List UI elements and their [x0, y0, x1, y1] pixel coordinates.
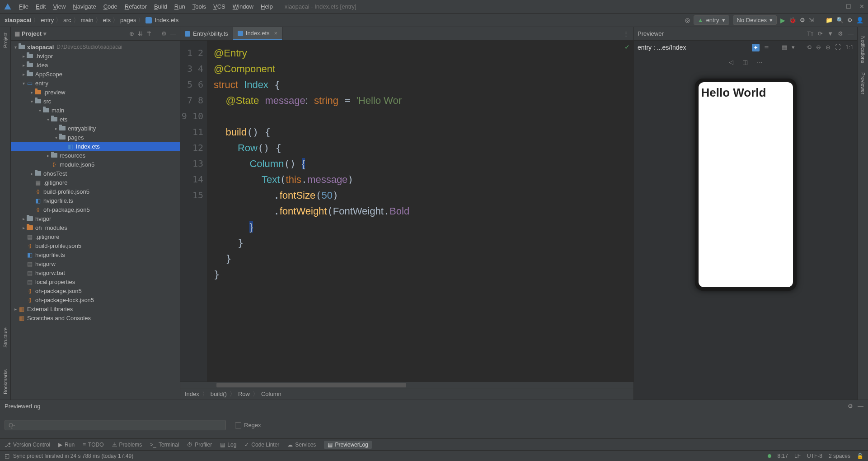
- fullscreen-icon[interactable]: ⛶: [835, 44, 841, 51]
- tree-item[interactable]: ▸.idea: [11, 61, 180, 70]
- layers-icon[interactable]: ≣: [764, 44, 769, 51]
- one-to-one-icon[interactable]: 1:1: [845, 44, 854, 51]
- collapse-all-icon[interactable]: ⇈: [146, 30, 151, 37]
- debug-button[interactable]: 🐞: [789, 17, 796, 23]
- hide-tool-windows-icon[interactable]: ◱: [5, 453, 9, 459]
- log-search-input[interactable]: [5, 420, 226, 430]
- tool-window-log[interactable]: ▤Log: [220, 442, 236, 448]
- module-selector[interactable]: ▲ entry ▾: [694, 15, 729, 25]
- menu-navigate[interactable]: Navigate: [70, 2, 99, 11]
- breadcrumb-segment[interactable]: src: [63, 17, 71, 23]
- tree-ext-libs[interactable]: ▸▥External Libraries: [11, 304, 180, 313]
- rail-structure[interactable]: Structure: [3, 326, 8, 349]
- tool-window-terminal[interactable]: >_Terminal: [150, 442, 179, 448]
- settings-icon[interactable]: ⚙: [848, 403, 853, 410]
- menu-tools[interactable]: Tools: [190, 2, 209, 11]
- tree-item[interactable]: ▤.gitignore: [11, 232, 180, 241]
- settings-icon[interactable]: ⚙: [838, 30, 843, 37]
- minimize-button[interactable]: —: [832, 3, 838, 10]
- hide-icon[interactable]: —: [170, 30, 176, 37]
- tree-item[interactable]: ▸.preview: [11, 88, 180, 97]
- tree-item[interactable]: ▾▭entry: [11, 79, 180, 88]
- indent-setting[interactable]: 2 spaces: [829, 453, 850, 459]
- rail-notifications[interactable]: Notifications: [860, 36, 866, 63]
- settings-icon[interactable]: ⚙: [847, 17, 853, 23]
- tree-item[interactable]: {}oh-package.json5: [11, 205, 180, 214]
- project-tree[interactable]: ▾xiaopacaiD:\DevEcoStudio\xiaopacai▸.hvi…: [11, 41, 180, 400]
- breadcrumb-segment[interactable]: ets: [103, 17, 111, 23]
- breadcrumb-segment[interactable]: pages: [120, 17, 136, 23]
- menu-run[interactable]: Run: [172, 2, 188, 11]
- settings-icon[interactable]: ⚙: [161, 30, 167, 37]
- code-editor[interactable]: @Entry @Component struct Index { @State …: [207, 41, 633, 382]
- tool-window-problems[interactable]: ⚠Problems: [112, 442, 142, 448]
- back-icon[interactable]: ◁: [729, 59, 733, 65]
- menu-vcs[interactable]: VCS: [211, 2, 228, 11]
- rail-previewer[interactable]: Previewer: [860, 72, 866, 94]
- tree-item[interactable]: ◧hvigorfile.ts: [11, 196, 180, 205]
- code-breadcrumb-segment[interactable]: Row: [238, 391, 250, 397]
- code-breadcrumb-segment[interactable]: Index: [185, 391, 199, 397]
- close-button[interactable]: ✕: [859, 3, 864, 10]
- menu-build[interactable]: Build: [151, 2, 170, 11]
- more-icon[interactable]: ⋯: [757, 59, 763, 65]
- profile-button[interactable]: ⚙: [800, 17, 805, 23]
- tool-window-services[interactable]: ☁Services: [287, 442, 316, 448]
- search-icon[interactable]: 🔍: [836, 17, 844, 23]
- code-breadcrumb-segment[interactable]: Column: [261, 391, 282, 397]
- breadcrumb-segment[interactable]: entry: [41, 17, 54, 23]
- tool-window-code-linter[interactable]: ✓Code Linter: [244, 442, 279, 448]
- zoom-out-icon[interactable]: ⊖: [816, 44, 821, 51]
- folder-icon[interactable]: 📁: [826, 17, 833, 23]
- tool-window-version-control[interactable]: ⎇Version Control: [5, 442, 50, 448]
- inspect-icon[interactable]: ✦: [752, 44, 760, 51]
- code-area[interactable]: ✓ 1 2 3 4 5 6 7 8 9 10 11 12 13 14 15 @E…: [180, 41, 633, 382]
- tree-item[interactable]: {}oh-package-lock.json5: [11, 295, 180, 304]
- split-icon[interactable]: ◫: [742, 59, 748, 65]
- file-encoding[interactable]: UTF-8: [807, 453, 822, 459]
- refresh-icon[interactable]: ⟳: [818, 30, 823, 37]
- tabs-more-icon[interactable]: ⋮: [619, 30, 633, 37]
- menu-code[interactable]: Code: [101, 2, 120, 11]
- select-opened-icon[interactable]: ⊕: [129, 30, 134, 37]
- tree-root[interactable]: ▾xiaopacaiD:\DevEcoStudio\xiaopacai: [11, 42, 180, 51]
- tree-item[interactable]: ▸resources: [11, 151, 180, 160]
- tree-item[interactable]: ▸oh_modules: [11, 223, 180, 232]
- tree-item[interactable]: ▤.gitignore: [11, 178, 180, 187]
- readonly-icon[interactable]: 🔓: [857, 453, 863, 459]
- menu-file[interactable]: File: [16, 2, 31, 11]
- tree-item[interactable]: ▤local.properties: [11, 277, 180, 286]
- dropdown-icon[interactable]: ▾: [792, 44, 795, 51]
- tree-item[interactable]: ▸entryability: [11, 124, 180, 133]
- tree-item[interactable]: ▾ets: [11, 115, 180, 124]
- breadcrumb-segment[interactable]: xiaopacai: [5, 17, 31, 23]
- tree-item[interactable]: ▾src: [11, 97, 180, 106]
- project-pane-title[interactable]: ▦ Project ▾: [14, 30, 47, 37]
- scrollbar-thumb[interactable]: [216, 383, 406, 387]
- zoom-in-icon[interactable]: ⊕: [826, 44, 830, 51]
- breadcrumb-segment[interactable]: Index.ets: [155, 17, 178, 23]
- attach-button[interactable]: ⇲: [809, 17, 814, 23]
- tool-window-profiler[interactable]: ⏱Profiler: [187, 442, 212, 448]
- tool-window-todo[interactable]: ≡TODO: [83, 442, 103, 448]
- tree-item[interactable]: ▾main: [11, 106, 180, 115]
- tree-item[interactable]: ▤hvigorw: [11, 259, 180, 268]
- menu-edit[interactable]: Edit: [33, 2, 48, 11]
- tree-item[interactable]: ▾pages: [11, 133, 180, 142]
- close-tab-icon[interactable]: ×: [274, 30, 278, 37]
- regex-checkbox[interactable]: Regex: [235, 422, 261, 428]
- tree-item[interactable]: {}build-profile.json5: [11, 241, 180, 250]
- line-separator[interactable]: LF: [794, 453, 801, 459]
- tree-item[interactable]: ▸ohosTest: [11, 169, 180, 178]
- tool-window-run[interactable]: ▶Run: [58, 442, 75, 448]
- rail-project[interactable]: Project: [3, 31, 8, 50]
- expand-all-icon[interactable]: ⇊: [138, 30, 143, 37]
- tool-window-previewerlog[interactable]: ▤PreviewerLog: [324, 441, 371, 449]
- tree-item[interactable]: ▤hvigorw.bat: [11, 268, 180, 277]
- grid-icon[interactable]: ▦: [782, 44, 787, 51]
- account-icon[interactable]: 👤: [856, 17, 863, 23]
- run-button[interactable]: ▶: [780, 17, 785, 24]
- caret-position[interactable]: 8:17: [778, 453, 788, 459]
- text-tool-icon[interactable]: Tт: [807, 30, 813, 37]
- menu-refactor[interactable]: Refactor: [122, 2, 150, 11]
